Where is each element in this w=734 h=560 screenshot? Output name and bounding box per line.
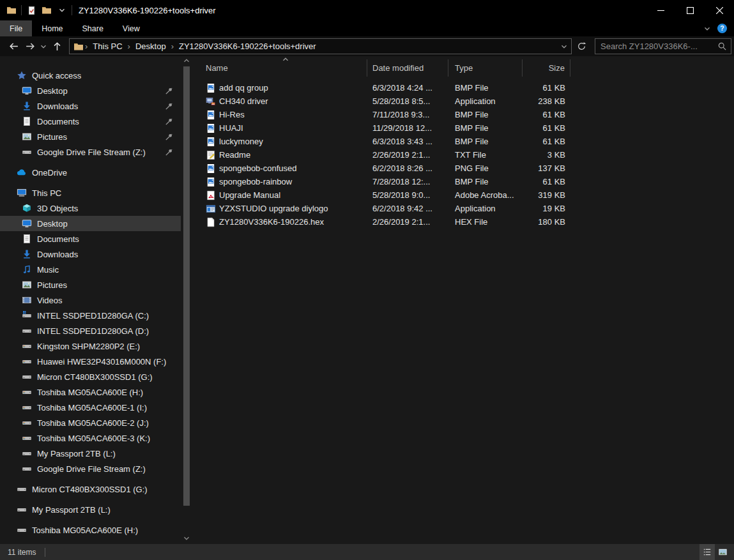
sidebar-item-downloads[interactable]: Downloads bbox=[0, 246, 181, 262]
file-row[interactable]: spongebob-confused6/2/2018 8:26 ...PNG F… bbox=[192, 162, 734, 175]
search-magnifier-icon[interactable] bbox=[717, 42, 727, 51]
new-folder-icon[interactable] bbox=[41, 4, 52, 16]
file-row[interactable]: add qq group6/3/2018 4:24 ...BMP File61 … bbox=[192, 81, 734, 95]
sidebar-item-onedrive[interactable]: OneDrive bbox=[0, 165, 181, 180]
pin-icon[interactable] bbox=[165, 117, 173, 126]
sidebar-item-label: Micron CT480BX300SSD1 (G:) bbox=[37, 372, 153, 382]
thumbnail-view-button[interactable] bbox=[715, 544, 730, 560]
column-header-name[interactable]: Name bbox=[192, 59, 367, 77]
scrollbar-thumb[interactable] bbox=[183, 66, 190, 506]
file-row[interactable]: HUAJI11/29/2018 12...BMP File61 KB bbox=[192, 121, 734, 135]
search-input[interactable] bbox=[599, 41, 717, 52]
sidebar-item-google-drive-file-stream-z[interactable]: Google Drive File Stream (Z:) bbox=[0, 461, 181, 476]
sidebar-item-kingston-shpm2280p2-e[interactable]: Kingston SHPM2280P2 (E:) bbox=[0, 338, 181, 354]
sidebar-item-pictures[interactable]: Pictures bbox=[0, 277, 181, 292]
file-row[interactable]: ZY1280V336K6-190226.hex2/26/2019 2:1...H… bbox=[192, 215, 734, 229]
sidebar-item-label: Desktop bbox=[37, 86, 68, 96]
ribbon-tab-view[interactable]: View bbox=[113, 20, 149, 36]
sidebar-item-quick-access[interactable]: Quick access bbox=[0, 68, 181, 83]
sidebar-scrollbar[interactable] bbox=[181, 56, 192, 544]
sidebar-item-my-passport-2tb-l[interactable]: My Passport 2TB (L:) bbox=[0, 446, 181, 461]
file-row[interactable]: spongebob-rainbow7/28/2018 12:...BMP Fil… bbox=[192, 175, 734, 188]
sidebar-item-toshiba-mg05aca600e-h[interactable]: Toshiba MG05ACA600E (H:) bbox=[0, 384, 181, 400]
sidebar-item-google-drive-file-stream-z[interactable]: Google Drive File Stream (Z:) bbox=[0, 144, 181, 160]
pin-icon[interactable] bbox=[165, 133, 173, 141]
up-arrow-icon[interactable] bbox=[49, 38, 65, 55]
details-view-button[interactable] bbox=[700, 544, 715, 560]
sidebar-item-toshiba-mg05aca600e-3-k[interactable]: Toshiba MG05ACA600E-3 (K:) bbox=[0, 430, 181, 446]
sidebar-item-desktop[interactable]: Desktop bbox=[0, 83, 181, 98]
sidebar-item-toshiba-mg05aca600e-1-i[interactable]: Toshiba MG05ACA600E-1 (I:) bbox=[0, 400, 181, 415]
forward-arrow-icon[interactable] bbox=[22, 38, 38, 55]
breadcrumb-segment[interactable]: This PC bbox=[88, 42, 127, 51]
scroll-down-icon[interactable] bbox=[181, 534, 192, 543]
sidebar-item-my-passport-2tb-l[interactable]: My Passport 2TB (L:) bbox=[0, 502, 181, 517]
scroll-up-icon[interactable] bbox=[181, 56, 192, 65]
sidebar-item-label: Google Drive File Stream (Z:) bbox=[37, 464, 146, 474]
file-row[interactable]: Readme2/26/2019 2:1...TXT File3 KB bbox=[192, 148, 734, 162]
ribbon-tab-home[interactable]: Home bbox=[32, 20, 72, 36]
sidebar-item-documents[interactable]: Documents bbox=[0, 231, 181, 246]
minimize-button[interactable] bbox=[646, 0, 675, 20]
ribbon-tab-share[interactable]: Share bbox=[73, 20, 113, 36]
sidebar-item-pictures[interactable]: Pictures bbox=[0, 129, 181, 144]
file-row[interactable]: luckymoney6/3/2018 3:43 ...BMP File61 KB bbox=[192, 135, 734, 148]
customize-chevron-icon[interactable] bbox=[56, 4, 68, 16]
qat-separator bbox=[72, 5, 72, 15]
file-row[interactable]: YZXSTUDIO upgrade diylogo6/2/2018 9:42 .… bbox=[192, 202, 734, 215]
file-type: BMP File bbox=[448, 110, 523, 119]
file-row[interactable]: Upgrade Manual5/28/2018 9:0...Adobe Acro… bbox=[192, 188, 734, 202]
properties-check-icon[interactable] bbox=[26, 4, 37, 16]
refresh-icon[interactable] bbox=[573, 38, 590, 55]
explorer-folder-icon[interactable] bbox=[6, 4, 17, 16]
column-header-type[interactable]: Type bbox=[448, 59, 523, 77]
file-row[interactable]: Hi-Res7/11/2018 9:3...BMP File61 KB bbox=[192, 108, 734, 121]
sidebar-item-desktop[interactable]: Desktop bbox=[0, 216, 181, 231]
breadcrumb-segment[interactable]: Desktop bbox=[130, 42, 171, 51]
sidebar-item-toshiba-mg05aca600e-2-j[interactable]: Toshiba MG05ACA600E-2 (J:) bbox=[0, 415, 181, 430]
pin-icon[interactable] bbox=[165, 87, 173, 95]
sidebar-item-intel-ssdped1d280ga-c[interactable]: INTEL SSDPED1D280GA (C:) bbox=[0, 308, 181, 323]
collapse-ribbon-chevron-icon[interactable] bbox=[704, 26, 710, 32]
column-header-date-modified[interactable]: Date modified bbox=[367, 59, 448, 77]
pin-icon[interactable] bbox=[165, 148, 173, 156]
drive-icon bbox=[22, 326, 32, 336]
file-date: 6/2/2018 9:42 ... bbox=[367, 204, 448, 213]
star-icon bbox=[17, 70, 27, 80]
breadcrumb-segment[interactable]: ZY1280V336K6-190226+tools+driver bbox=[174, 42, 321, 51]
file-size: 61 KB bbox=[523, 110, 570, 119]
history-chevron-icon[interactable] bbox=[38, 38, 49, 55]
column-header-size[interactable]: Size bbox=[523, 59, 570, 77]
sidebar-item-micron-ct480bx300ssd1-g[interactable]: Micron CT480BX300SSD1 (G:) bbox=[0, 369, 181, 384]
ribbon-tab-file[interactable]: File bbox=[0, 20, 32, 36]
sidebar-item-micron-ct480bx300ssd1-g[interactable]: Micron CT480BX300SSD1 (G:) bbox=[0, 481, 181, 497]
drive-icon bbox=[17, 525, 27, 535]
address-bar[interactable]: ›This PC›Desktop›ZY1280V336K6-190226+too… bbox=[69, 38, 572, 54]
file-type: BMP File bbox=[448, 177, 523, 186]
sidebar-item-downloads[interactable]: Downloads bbox=[0, 98, 181, 114]
main-area: Quick accessDesktopDownloadsDocumentsPic… bbox=[0, 56, 734, 544]
close-button[interactable] bbox=[705, 0, 734, 20]
sidebar-item-documents[interactable]: Documents bbox=[0, 114, 181, 129]
file-row[interactable]: CH340 driver5/28/2018 8:5...Application2… bbox=[192, 95, 734, 108]
sidebar-item-huawei-hwe32p43016m000n-f[interactable]: Huawei HWE32P43016M000N (F:) bbox=[0, 354, 181, 369]
pin-icon[interactable] bbox=[165, 102, 173, 110]
address-chevron-icon[interactable] bbox=[561, 43, 567, 50]
items-count: 11 items bbox=[0, 548, 36, 557]
sidebar-item-label: Huawei HWE32P43016M000N (F:) bbox=[37, 357, 166, 367]
title-bar: ZY1280V336K6-190226+tools+driver bbox=[0, 0, 734, 20]
sidebar-item-videos[interactable]: Videos bbox=[0, 292, 181, 308]
sidebar-item-this-pc[interactable]: This PC bbox=[0, 185, 181, 201]
sidebar-item-3d-objects[interactable]: 3D Objects bbox=[0, 201, 181, 216]
help-icon[interactable]: ? bbox=[717, 23, 728, 34]
sidebar-item-intel-ssdped1d280ga-d[interactable]: INTEL SSDPED1D280GA (D:) bbox=[0, 323, 181, 338]
sidebar-item-toshiba-mg05aca600e-h[interactable]: Toshiba MG05ACA600E (H:) bbox=[0, 522, 181, 538]
file-size: 180 KB bbox=[523, 217, 570, 227]
back-arrow-icon[interactable] bbox=[5, 38, 22, 55]
picture-icon bbox=[22, 280, 32, 290]
sidebar-item-music[interactable]: Music bbox=[0, 262, 181, 277]
file-size: 61 KB bbox=[523, 123, 570, 133]
drive-icon bbox=[17, 484, 27, 494]
ribbon-tab-row: FileHomeShareView ? bbox=[0, 20, 734, 36]
maximize-button[interactable] bbox=[675, 0, 705, 20]
